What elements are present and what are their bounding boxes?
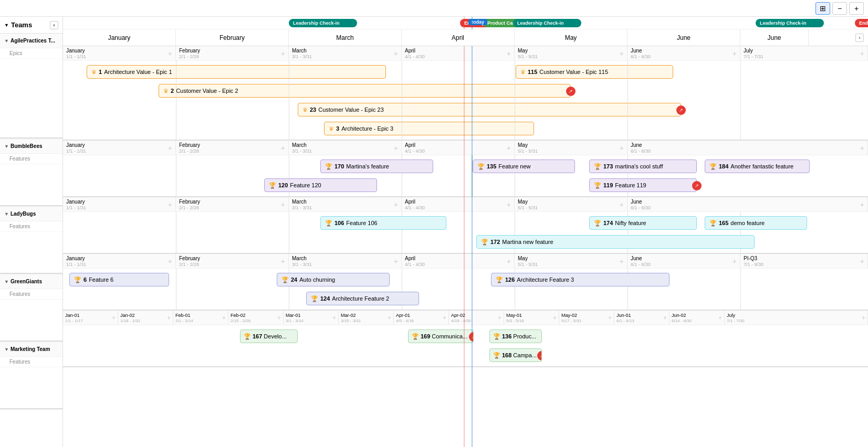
mkt-period-jun02: Jun-026/14 - 6/30 + <box>670 311 725 325</box>
add-gg-piq3[interactable]: + <box>860 257 864 265</box>
team-greengiants-header[interactable]: ▼ GreenGiants <box>0 274 62 289</box>
add-mkt-feb02[interactable]: + <box>277 314 281 322</box>
trophy-icon-184: 🏆 <box>709 163 717 170</box>
add-mkt-jun01[interactable]: + <box>663 314 667 322</box>
team-marketing-header[interactable]: ▼ Marketing Team <box>0 342 62 357</box>
month-march: March <box>289 29 402 46</box>
add-lb-jun[interactable]: + <box>860 200 864 209</box>
add-lb-may[interactable]: + <box>620 200 624 209</box>
lb-sep-2 <box>289 212 289 253</box>
add-gg-feb[interactable]: + <box>281 257 285 265</box>
feature-bar-1[interactable]: ♛ 1 Architecture Value - Epic 1 <box>87 65 386 79</box>
add-agile-jan[interactable]: + <box>168 49 172 58</box>
nav-left-arrow[interactable]: ‹ <box>50 21 58 29</box>
add-bb-apr[interactable]: + <box>507 144 511 152</box>
team-bumblebees-header[interactable]: ▼ BumbleBees <box>0 139 62 154</box>
add-agile-apr[interactable]: + <box>507 49 511 58</box>
team-agile-header[interactable]: ▼ AgilePractices T... <box>0 34 62 48</box>
lb-features-area: 🏆 106 Feature 106 🏆 174 Nifty feature 🏆 … <box>63 212 868 254</box>
feature-bar-120[interactable]: 🏆 120 Feature 120 <box>264 178 377 192</box>
add-mkt-jan01[interactable]: + <box>112 314 116 322</box>
add-agile-feb[interactable]: + <box>281 49 285 58</box>
agile-sep-4 <box>515 61 515 140</box>
crown-icon-23: ♛ <box>302 107 308 113</box>
feature-bar-6[interactable]: 🏆 6 Feature 6 <box>69 273 169 286</box>
add-bb-may[interactable]: + <box>620 144 624 152</box>
trophy-icon-124: 🏆 <box>311 295 318 302</box>
gg-period-jan: January1/1 - 1/31 + <box>63 254 176 268</box>
nav-right-arrow[interactable]: › <box>855 34 864 42</box>
agile-sep-3 <box>402 61 402 140</box>
teams-label: Teams <box>11 21 32 29</box>
add-mkt-mar02[interactable]: + <box>388 314 391 322</box>
add-agile-may[interactable]: + <box>620 49 624 58</box>
link-icon-169[interactable]: ↗ <box>469 332 474 342</box>
gg-features-area: 🏆 6 Feature 6 🏆 24 Auto churning 🏆 124 <box>63 269 868 311</box>
feature-bar-2[interactable]: ♛ 2 Customer Value - Epic 2 ↗ <box>159 84 571 98</box>
add-mkt-jun02[interactable]: + <box>718 314 722 322</box>
gg-name: GreenGiants <box>11 279 42 284</box>
add-gg-may[interactable]: + <box>620 257 624 265</box>
feature-bar-174[interactable]: 🏆 174 Nifty feature <box>589 216 697 230</box>
mkt-name: Marketing Team <box>11 346 50 352</box>
add-mkt-feb01[interactable]: + <box>222 314 226 322</box>
gg-period-row: January1/1 - 1/31 + February2/1 - 2/28 +… <box>63 254 868 269</box>
feature-bar-135[interactable]: 🏆 135 Feature new <box>473 159 575 173</box>
bb-period-may: May5/1 - 5/31 + <box>515 141 628 155</box>
add-bb-jan[interactable]: + <box>168 144 172 152</box>
add-gg-apr[interactable]: + <box>507 257 511 265</box>
add-gg-mar[interactable]: + <box>394 257 398 265</box>
feature-bar-115[interactable]: ♛ 115 Customer Value - Epic 115 <box>516 65 673 79</box>
mkt-period-jun01: Jun-016/1 - 6/13 + <box>614 311 670 325</box>
teams-header[interactable]: ▼ Teams ‹ <box>0 17 62 34</box>
feature-bar-136[interactable]: 🏆 136 Produc... <box>489 329 542 343</box>
nav-right-arrow-container: › <box>809 29 868 46</box>
feature-bar-126[interactable]: 🏆 126 Architecture Feature 3 <box>491 273 670 286</box>
feature-bar-119[interactable]: 🏆 119 Feature 119 ↗ <box>589 178 697 192</box>
add-agile-mar[interactable]: + <box>394 49 398 58</box>
add-bb-feb[interactable]: + <box>281 144 285 152</box>
feature-bar-24[interactable]: 🏆 24 Auto churning <box>277 273 390 286</box>
zoom-out-button[interactable]: − <box>832 2 847 15</box>
feature-bar-173[interactable]: 🏆 173 martina's cool stuff <box>589 159 697 173</box>
add-bb-mar[interactable]: + <box>394 144 398 152</box>
add-lb-apr[interactable]: + <box>507 200 511 209</box>
agile-period-feb: February2/1 - 2/28 + <box>176 46 289 60</box>
today-vline <box>472 17 473 447</box>
add-mkt-jan02[interactable]: + <box>167 314 171 322</box>
add-mkt-may02[interactable]: + <box>608 314 612 322</box>
feature-bar-165[interactable]: 🏆 165 demo feature <box>705 216 807 230</box>
feature-bar-170[interactable]: 🏆 170 Martina's feature <box>320 159 433 173</box>
team-marketing: ▼ Marketing Team Features <box>0 342 62 410</box>
add-bb-jun[interactable]: + <box>860 144 864 152</box>
add-mkt-apr02[interactable]: + <box>498 314 501 322</box>
team-ladybugs-header[interactable]: ▼ LadyBugs <box>0 207 62 221</box>
feature-bar-3[interactable]: ♛ 3 Architecture - Epic 3 <box>324 122 534 135</box>
link-icon-23[interactable]: ↗ <box>676 105 686 115</box>
zoom-in-button[interactable]: + <box>849 2 864 15</box>
add-agile-jul[interactable]: + <box>860 49 864 58</box>
grid-view-button[interactable]: ⊞ <box>815 2 830 15</box>
feature-bar-172[interactable]: 🏆 172 Martina new feature <box>476 235 755 249</box>
add-lb-jan[interactable]: + <box>168 200 172 209</box>
add-agile-jun[interactable]: + <box>733 49 737 58</box>
feature-bar-168[interactable]: 🏆 168 Campa... ↗ <box>489 348 542 362</box>
trophy-icon-136: 🏆 <box>493 333 500 340</box>
trophy-icon-172: 🏆 <box>481 239 488 246</box>
feature-bar-184[interactable]: 🏆 184 Another fantastic feature <box>705 159 810 173</box>
add-mkt-mar01[interactable]: + <box>332 314 336 322</box>
add-lb-mar[interactable]: + <box>394 200 398 209</box>
add-gg-jun[interactable]: + <box>733 257 737 265</box>
add-mkt-july[interactable]: + <box>862 314 865 322</box>
link-icon-2[interactable]: ↗ <box>566 87 576 96</box>
add-mkt-may01[interactable]: + <box>553 314 557 322</box>
add-mkt-apr01[interactable]: + <box>443 314 446 322</box>
feature-bar-124[interactable]: 🏆 124 Architecture Feature 2 <box>306 292 419 305</box>
link-icon-168[interactable]: ↗ <box>537 351 542 360</box>
link-icon-119[interactable]: ↗ <box>692 181 702 190</box>
add-gg-jan[interactable]: + <box>168 257 172 265</box>
feature-bar-106[interactable]: 🏆 106 Feature 106 <box>320 216 446 230</box>
feature-bar-167[interactable]: 🏆 167 Develo... <box>240 329 298 343</box>
add-lb-feb[interactable]: + <box>281 200 285 209</box>
feature-bar-23[interactable]: ♛ 23 Customer Value - Epic 23 ↗ <box>298 103 681 116</box>
